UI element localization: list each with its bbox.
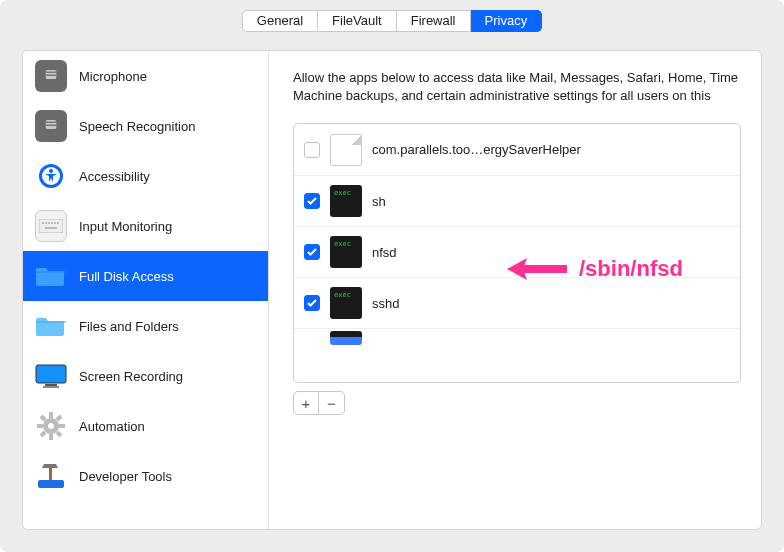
folder-icon (35, 260, 67, 292)
sidebar-item-label: Automation (79, 419, 145, 434)
app-label: com.parallels.too…ergySaverHelper (372, 142, 581, 157)
gear-icon (35, 410, 67, 442)
svg-rect-2 (46, 75, 57, 77)
sidebar-item-microphone[interactable]: Microphone (23, 51, 268, 101)
svg-rect-31 (49, 466, 52, 480)
sidebar-item-label: Files and Folders (79, 319, 179, 334)
checkbox[interactable] (304, 295, 320, 311)
app-row-sh[interactable]: exec sh (294, 175, 740, 226)
svg-rect-30 (38, 480, 64, 488)
terminal-icon: exec (330, 185, 362, 217)
svg-rect-19 (43, 386, 59, 388)
checkbox[interactable] (304, 244, 320, 260)
sidebar-item-label: Developer Tools (79, 469, 172, 484)
content-area: Allow the apps below to access data like… (269, 51, 761, 529)
add-remove-buttons: + − (293, 391, 345, 415)
terminal-icon (330, 331, 362, 345)
sidebar-item-accessibility[interactable]: Accessibility (23, 151, 268, 201)
svg-rect-4 (46, 122, 57, 124)
svg-rect-5 (46, 125, 57, 127)
sidebar-item-screen-recording[interactable]: Screen Recording (23, 351, 268, 401)
checkbox[interactable] (304, 193, 320, 209)
sidebar-item-input-monitoring[interactable]: Input Monitoring (23, 201, 268, 251)
sidebar-item-label: Accessibility (79, 169, 150, 184)
svg-rect-9 (39, 219, 63, 233)
app-row-parallels[interactable]: com.parallels.too…ergySaverHelper (294, 124, 740, 175)
app-list[interactable]: com.parallels.too…ergySaverHelper exec s… (293, 123, 741, 383)
document-icon (330, 134, 362, 166)
tab-firewall[interactable]: Firewall (397, 10, 471, 32)
sidebar-item-speech[interactable]: Speech Recognition (23, 101, 268, 151)
svg-rect-17 (36, 365, 66, 383)
svg-rect-18 (45, 384, 57, 386)
checkbox[interactable] (304, 142, 320, 158)
accessibility-icon (35, 160, 67, 192)
monitor-icon (35, 360, 67, 392)
keyboard-icon (35, 210, 67, 242)
svg-point-21 (48, 423, 54, 429)
sidebar-item-label: Screen Recording (79, 369, 183, 384)
sidebar-item-automation[interactable]: Automation (23, 401, 268, 451)
remove-button[interactable]: − (319, 391, 345, 415)
mic-icon (35, 60, 67, 92)
svg-rect-11 (45, 222, 47, 224)
app-label: sshd (372, 296, 399, 311)
svg-point-8 (49, 169, 53, 173)
sidebar-item-full-disk-access[interactable]: Full Disk Access (23, 251, 268, 301)
tab-filevault[interactable]: FileVault (318, 10, 397, 32)
app-row-partial[interactable] (294, 328, 740, 346)
sidebar-item-developer-tools[interactable]: Developer Tools (23, 451, 268, 501)
svg-rect-15 (57, 222, 59, 224)
sidebar-item-label: Microphone (79, 69, 147, 84)
svg-rect-12 (48, 222, 50, 224)
tab-privacy[interactable]: Privacy (471, 10, 543, 32)
svg-line-26 (41, 416, 45, 420)
app-row-sshd[interactable]: exec sshd (294, 277, 740, 328)
main-panel: Microphone Speech Recognition Accessibil… (22, 50, 762, 530)
terminal-icon: exec (330, 236, 362, 268)
app-row-nfsd[interactable]: exec nfsd (294, 226, 740, 277)
folder-icon (35, 310, 67, 342)
svg-rect-1 (46, 72, 57, 74)
svg-rect-14 (54, 222, 56, 224)
svg-rect-10 (42, 222, 44, 224)
app-label: nfsd (372, 245, 397, 260)
app-label: sh (372, 194, 386, 209)
sidebar-item-label: Speech Recognition (79, 119, 195, 134)
tab-general[interactable]: General (242, 10, 318, 32)
tab-bar: General FileVault Firewall Privacy (0, 10, 784, 32)
privacy-window: General FileVault Firewall Privacy Micro… (0, 0, 784, 552)
add-button[interactable]: + (293, 391, 319, 415)
svg-rect-13 (51, 222, 53, 224)
svg-line-28 (57, 416, 61, 420)
privacy-sidebar[interactable]: Microphone Speech Recognition Accessibil… (23, 51, 269, 529)
sidebar-item-label: Full Disk Access (79, 269, 174, 284)
svg-line-29 (41, 432, 45, 436)
sidebar-item-label: Input Monitoring (79, 219, 172, 234)
description-text: Allow the apps below to access data like… (293, 69, 741, 104)
speech-icon (35, 110, 67, 142)
sidebar-item-files-folders[interactable]: Files and Folders (23, 301, 268, 351)
hammer-icon (35, 460, 67, 492)
svg-rect-16 (45, 227, 57, 229)
terminal-icon: exec (330, 287, 362, 319)
svg-line-27 (57, 432, 61, 436)
